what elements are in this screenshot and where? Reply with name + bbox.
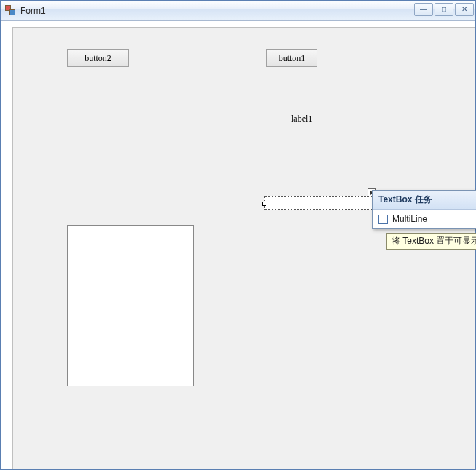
close-icon: ✕ [461,6,467,13]
smarttag-multiline-row[interactable]: MultiLine [373,210,476,228]
form-icon [5,5,17,17]
label1: label1 [291,113,312,124]
tooltip: 将 TextBox 置于可显示 [386,233,476,250]
window-title: Form1 [20,6,46,16]
button2-label: button2 [84,53,111,64]
button2[interactable]: button2 [67,49,129,67]
button1[interactable]: button1 [266,49,317,67]
multiline-label: MultiLine [392,214,427,224]
textbox1[interactable] [264,196,375,210]
smarttag-panel: TextBox 任务 MultiLine [372,190,476,229]
panel1[interactable] [67,225,194,386]
minimize-button[interactable]: — [414,3,433,16]
minimize-icon: — [420,6,427,13]
button1-label: button1 [279,53,306,64]
close-button[interactable]: ✕ [455,3,474,16]
maximize-icon: □ [442,6,446,13]
resize-handle-left[interactable] [262,202,266,206]
window-control-buttons: — □ ✕ [414,3,474,16]
form-window: Form1 — □ ✕ button2 button1 label1 TextB… [0,0,476,470]
multiline-checkbox[interactable] [378,215,388,224]
maximize-button[interactable]: □ [435,3,453,16]
smarttag-title: TextBox 任务 [373,191,476,210]
titlebar[interactable]: Form1 — □ ✕ [1,1,475,21]
